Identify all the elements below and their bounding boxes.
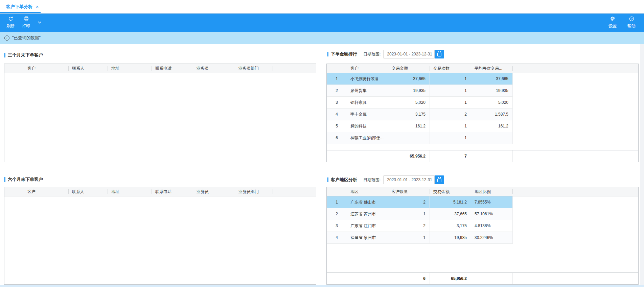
col-phone: 联系电话 [152,187,193,196]
col-customer: 客户 [24,64,69,73]
col-salesman: 业务员 [193,187,235,196]
footer-amount-total: 65,956.2 [388,150,430,162]
panel-title-text: 三个月未下单客户 [8,52,43,58]
table-body: 1 广东省 佛山市 2 5,181.2 7.8555% 2 江苏省 苏州市 1 … [327,196,638,244]
panel-header-region: 客户地区分析 日期范围: 2023-01-01 - 2023-12-31 [327,175,444,185]
cell-customer-count: 2 [388,196,430,208]
cell-count: 1 [430,97,471,108]
panel-title-text: 客户地区分析 [331,177,357,183]
calendar-button[interactable] [435,50,444,58]
table-row[interactable]: 4 福建省 泉州市 1 19,935 30.2246% [327,232,513,244]
tab-bar: 客户下单分析 × [0,0,644,14]
footer-seq [327,273,347,284]
table-row[interactable]: 2 江苏省 苏州市 1 37,665 57.1061% [327,208,513,220]
footer-filler [513,150,638,162]
cell-amount [388,132,430,144]
col-filler [513,187,638,196]
col-customer: 客户 [24,187,69,196]
table-row[interactable]: 2 泉州货集 19,935 1 19,935 [327,85,513,97]
col-contact: 联系人 [69,187,108,196]
cell-customer-count: 1 [388,208,430,220]
panel-title-six-month: 六个月未下单客户 [4,176,43,183]
row-seq: 4 [327,232,347,243]
table-row[interactable]: 4 宇丰金属 3,175 2 1,587.5 [327,109,513,120]
cell-amount: 5,181.2 [430,196,471,208]
cell-customer-count: 1 [388,232,430,243]
cell-avg [471,132,513,144]
print-button[interactable]: 打印 [18,14,34,32]
print-label: 打印 [22,23,30,29]
col-customer: 客户 [347,64,388,73]
col-customer-count: 客户数量 [388,187,430,196]
cell-customer-count: 2 [388,220,430,232]
cell-amount: 37,665 [388,73,430,85]
date-range-label: 日期范围: [363,177,381,183]
col-contact: 联系人 [69,64,108,73]
cell-region: 江苏省 苏州市 [347,208,388,220]
table-header: 地区 客户数量 交易金额 地区比例 [327,187,638,196]
title-accent-bar [327,52,328,56]
row-seq: 1 [327,196,347,208]
help-label: 帮助 [627,23,636,29]
col-phone: 联系电话 [152,64,193,73]
vertical-scrollbar[interactable] [640,44,644,285]
tab-title: 客户下单分析 [6,4,32,10]
table-row[interactable]: 1 小飞侠骑行装备 37,665 1 37,665 [327,73,513,85]
col-avg: 平均每次交易... [471,64,513,73]
cell-region: 福建省 泉州市 [347,232,388,243]
cell-amount: 3,175 [388,109,430,120]
col-sales-dept: 业务员部门 [235,64,273,73]
footer-customer-total: 6 [388,273,430,284]
row-seq: 1 [327,73,347,85]
info-icon: i [4,35,9,41]
more-actions-button[interactable] [34,14,45,32]
table-row[interactable]: 3 广东省 江门市 2 3,175 4.8138% [327,220,513,232]
cell-amount: 3,175 [430,220,471,232]
notice-bar: i "已查询的数据" [0,32,644,44]
date-range-input[interactable]: 2023-01-01 - 2023-12-31 [383,50,435,58]
footer-count-total: 7 [430,150,471,162]
row-seq: 4 [327,109,347,120]
date-range-input[interactable]: 2023-01-01 - 2023-12-31 [383,175,435,184]
close-icon[interactable]: × [36,4,39,9]
cell-region: 广东省 佛山市 [347,196,388,208]
row-seq: 3 [327,97,347,108]
col-seq [327,187,347,196]
col-sales-dept: 业务员部门 [235,187,273,196]
region-table: 地区 客户数量 交易金额 地区比例 1 广东省 佛山市 2 5,181.2 7.… [326,187,639,285]
table-footer: 65,956.2 7 [327,150,638,162]
col-filler [273,64,316,73]
table-row[interactable]: 6 神骐工业(内部使... 1 [327,132,513,144]
row-seq: 5 [327,120,347,132]
table-row[interactable]: 1 广东省 佛山市 2 5,181.2 7.8555% [327,196,513,208]
cell-ratio: 57.1061% [471,208,513,220]
footer-ratio [471,273,513,284]
calendar-button[interactable] [435,175,444,184]
toolbar-left-group: 刷新 打印 [3,14,45,32]
active-tab-indicator [0,12,41,13]
question-icon: ? [629,16,634,22]
help-button[interactable]: ? 帮助 [624,14,639,32]
three-month-table: 客户 联系人 地址 联系电话 业务员 业务员部门 [4,64,316,162]
horizontal-scrollbar[interactable] [0,285,644,287]
table-row[interactable]: 5 标的科技 161.2 1 161.2 [327,120,513,132]
calendar-icon [437,53,441,56]
col-address: 地址 [108,64,152,73]
table-row[interactable]: 3 铭轩家具 5,020 1 5,020 [327,97,513,109]
row-seq: 6 [327,132,347,144]
col-seq [4,64,24,73]
settings-button[interactable]: 设置 [605,14,620,32]
row-seq: 2 [327,85,347,96]
tab-customer-order-analysis[interactable]: 客户下单分析 × [0,0,43,14]
row-seq: 2 [327,208,347,220]
col-seq [327,64,347,73]
cell-region: 广东省 江门市 [347,220,388,232]
footer-amount-total: 65,956.2 [430,273,471,284]
refresh-button[interactable]: 刷新 [3,14,18,32]
cell-count: 1 [430,132,471,144]
cell-avg: 1,587.5 [471,109,513,120]
notice-message: "已查询的数据" [12,35,41,41]
col-amount: 交易金额 [430,187,471,196]
cell-amount: 19,935 [388,85,430,96]
panel-title-text: 六个月未下单客户 [8,176,43,183]
